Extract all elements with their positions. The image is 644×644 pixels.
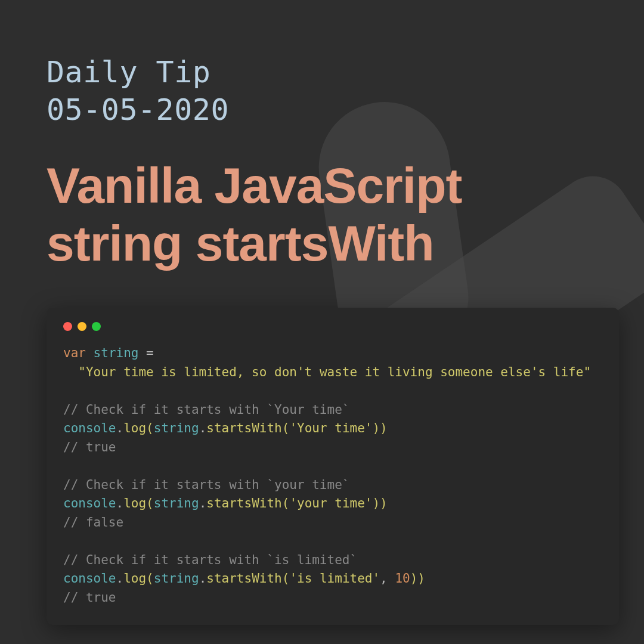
comment: // false	[63, 515, 123, 530]
code-block: var string = "Your time is limited, so d…	[63, 344, 602, 607]
window-controls	[63, 322, 602, 331]
title-line1: Vanilla JavaScript	[47, 157, 462, 213]
identifier: console	[63, 571, 116, 586]
comment: // true	[63, 440, 116, 454]
string-literal: "Your time is limited, so don't waste it…	[78, 365, 591, 379]
minimize-icon	[78, 322, 86, 331]
identifier: string	[154, 421, 199, 435]
subtitle-label: Daily Tip	[47, 55, 210, 89]
code-window: var string = "Your time is limited, so d…	[47, 308, 619, 625]
method: log	[123, 421, 146, 435]
comment: // true	[63, 590, 116, 605]
string-literal: 'your time'	[289, 496, 372, 510]
identifier: console	[63, 421, 116, 435]
string-literal: 'Your time'	[289, 421, 372, 435]
content-area: Daily Tip 05-05-2020 Vanilla JavaScript …	[0, 0, 644, 625]
identifier: string	[154, 496, 199, 510]
identifier: string	[94, 346, 139, 360]
title-line2: string startsWith	[47, 215, 434, 271]
subtitle-date: 05-05-2020	[47, 92, 229, 127]
method: startsWith	[206, 496, 281, 510]
method: startsWith	[206, 571, 281, 586]
operator: =	[138, 346, 153, 360]
subtitle: Daily Tip 05-05-2020	[47, 54, 602, 128]
maximize-icon	[92, 322, 101, 331]
comment: // Check if it starts with `your time`	[63, 478, 349, 492]
identifier: string	[154, 571, 199, 586]
number-literal: 10	[395, 571, 410, 586]
method: log	[123, 571, 146, 586]
close-icon	[63, 322, 72, 331]
page-title: Vanilla JavaScript string startsWith	[47, 157, 602, 272]
comment: // Check if it starts with `Your time`	[63, 402, 349, 417]
method: log	[123, 496, 146, 510]
identifier: console	[63, 496, 116, 510]
method: startsWith	[206, 421, 281, 435]
comment: // Check if it starts with `is limited`	[63, 553, 357, 567]
string-literal: 'is limited'	[289, 571, 380, 586]
keyword-var: var	[63, 346, 86, 360]
